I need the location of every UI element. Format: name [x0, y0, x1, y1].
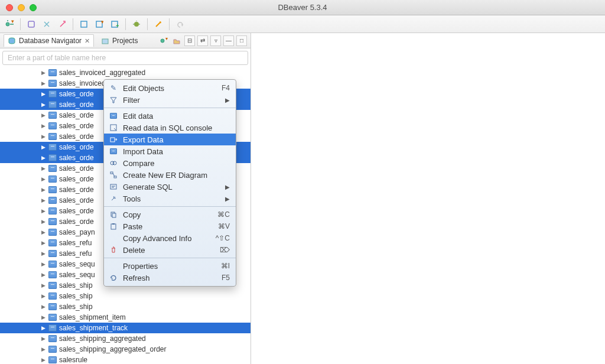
menu-tools[interactable]: Tools ▶ — [104, 193, 236, 204]
tree-item-label: sales_refu — [59, 239, 92, 247]
close-window-button[interactable] — [6, 4, 13, 11]
tree-item[interactable]: ▶sales_shipment_track — [0, 323, 251, 333]
disconnect-icon[interactable] — [41, 18, 53, 30]
sql-editor-icon[interactable] — [78, 18, 90, 30]
new-sql-icon[interactable]: + — [109, 18, 121, 30]
import-icon — [109, 148, 118, 154]
expand-arrow-icon[interactable]: ▶ — [41, 261, 46, 267]
expand-arrow-icon[interactable]: ▶ — [41, 134, 46, 139]
table-icon — [48, 165, 57, 172]
svg-rect-17 — [110, 172, 113, 174]
expand-arrow-icon[interactable]: ▶ — [41, 251, 46, 256]
expand-arrow-icon[interactable]: ▶ — [41, 346, 46, 352]
menu-refresh[interactable]: Refresh F5 — [104, 272, 236, 284]
svg-rect-3 — [81, 21, 87, 27]
invalidate-icon[interactable] — [56, 18, 68, 30]
menu-delete[interactable]: Delete ⌦ — [104, 244, 236, 256]
menu-copy[interactable]: Copy ⌘C — [104, 209, 236, 220]
expand-arrow-icon[interactable]: ▶ — [41, 240, 46, 246]
close-icon[interactable]: ✕ — [84, 37, 90, 45]
table-icon — [48, 271, 57, 278]
filter-icon — [109, 96, 118, 103]
expand-arrow-icon[interactable]: ▶ — [41, 144, 46, 150]
toolbar-separator — [169, 18, 170, 30]
copy-icon — [109, 211, 118, 218]
table-icon — [48, 282, 57, 289]
expand-arrow-icon[interactable]: ▶ — [41, 102, 46, 108]
expand-arrow-icon[interactable]: ▶ — [41, 91, 46, 97]
svg-rect-19 — [110, 184, 116, 189]
view-menu-icon[interactable]: ▿ — [210, 35, 221, 46]
tree-item-label: sales_shipping_aggregated_order — [59, 345, 166, 353]
diagram-icon — [109, 171, 118, 178]
link-editor-icon[interactable]: ⇄ — [197, 35, 208, 46]
menu-paste[interactable]: Paste ⌘V — [104, 220, 236, 232]
filter-connections-icon[interactable]: ▾ — [158, 35, 169, 46]
collapse-icon[interactable]: ⊟ — [184, 35, 195, 46]
tab-database-navigator[interactable]: Database Navigator ✕ — [4, 34, 94, 47]
menu-import-data[interactable]: Import Data — [104, 145, 236, 157]
expand-arrow-icon[interactable]: ▶ — [41, 293, 46, 299]
folder-icon[interactable] — [171, 35, 182, 46]
maximize-panel-icon[interactable]: □ — [236, 35, 247, 46]
expand-arrow-icon[interactable]: ▶ — [41, 304, 46, 310]
tree-item[interactable]: ▶sales_shipment_item — [0, 312, 251, 323]
menu-separator — [104, 258, 236, 258]
expand-arrow-icon[interactable]: ▶ — [41, 357, 46, 363]
table-icon — [48, 314, 57, 321]
expand-arrow-icon[interactable]: ▶ — [41, 272, 46, 278]
tree-item[interactable]: ▶sales_ship — [0, 301, 251, 312]
menu-er-diagram[interactable]: Create New ER Diagram — [104, 169, 236, 181]
tree-item[interactable]: ▶sales_ship — [0, 291, 251, 301]
menu-edit-objects[interactable]: ✎ Edit Objects F4 — [104, 82, 236, 94]
tree-item[interactable]: ▶sales_invoiced_aggregated — [0, 67, 251, 78]
menu-read-sql[interactable]: Read data in SQL console — [104, 122, 236, 134]
expand-arrow-icon[interactable]: ▶ — [41, 197, 46, 203]
menu-edit-data[interactable]: Edit data — [104, 110, 236, 122]
search-input[interactable] — [8, 54, 243, 62]
expand-arrow-icon[interactable]: ▶ — [41, 282, 46, 288]
menu-copy-advanced[interactable]: Copy Advanced Info ^⇧C — [104, 232, 236, 244]
minimize-window-button[interactable] — [18, 4, 25, 11]
expand-arrow-icon[interactable]: ▶ — [41, 112, 46, 118]
menu-properties[interactable]: Properties ⌘I — [104, 260, 236, 272]
tree-item[interactable]: ▶sales_shipping_aggregated_order — [0, 344, 251, 355]
table-icon — [48, 197, 57, 204]
table-icon — [48, 101, 57, 108]
menu-compare[interactable]: Compare — [104, 157, 236, 169]
tab-projects[interactable]: Projects — [97, 35, 141, 47]
table-icon — [48, 80, 57, 87]
maximize-window-button[interactable] — [30, 4, 37, 11]
expand-arrow-icon[interactable]: ▶ — [41, 336, 46, 342]
svg-text:+: + — [116, 22, 119, 28]
expand-arrow-icon[interactable]: ▶ — [41, 208, 46, 214]
tree-item[interactable]: ▶sales_shipping_aggregated — [0, 333, 251, 344]
minimize-panel-icon[interactable]: — — [223, 35, 234, 46]
menu-filter[interactable]: Filter ▶ — [104, 94, 236, 106]
expand-arrow-icon[interactable]: ▶ — [41, 155, 46, 161]
svg-text:▾: ▾ — [101, 20, 103, 25]
search-box[interactable] — [2, 51, 248, 65]
tree-item[interactable]: ▶salesrule — [0, 355, 251, 364]
table-icon — [48, 112, 57, 119]
svg-point-0 — [6, 22, 9, 26]
connect-icon[interactable] — [25, 18, 37, 30]
commit-icon[interactable] — [152, 18, 164, 30]
sql-script-icon[interactable]: ▾ — [93, 18, 105, 30]
paste-icon — [109, 223, 118, 230]
expand-arrow-icon[interactable]: ▶ — [41, 187, 46, 193]
menu-export-data[interactable]: Export Data — [104, 134, 236, 145]
expand-arrow-icon[interactable]: ▶ — [41, 325, 46, 331]
menu-generate-sql[interactable]: Generate SQL ▶ — [104, 181, 236, 193]
expand-arrow-icon[interactable]: ▶ — [41, 314, 46, 320]
expand-arrow-icon[interactable]: ▶ — [41, 165, 46, 171]
expand-arrow-icon[interactable]: ▶ — [41, 70, 46, 76]
expand-arrow-icon[interactable]: ▶ — [41, 219, 46, 225]
expand-arrow-icon[interactable]: ▶ — [41, 176, 46, 182]
undo-icon[interactable] — [174, 18, 186, 30]
expand-arrow-icon[interactable]: ▶ — [41, 80, 46, 86]
expand-arrow-icon[interactable]: ▶ — [41, 229, 46, 235]
expand-arrow-icon[interactable]: ▶ — [41, 123, 46, 129]
debug-icon[interactable] — [131, 18, 142, 30]
new-connection-icon[interactable]: ▾ — [4, 18, 15, 30]
